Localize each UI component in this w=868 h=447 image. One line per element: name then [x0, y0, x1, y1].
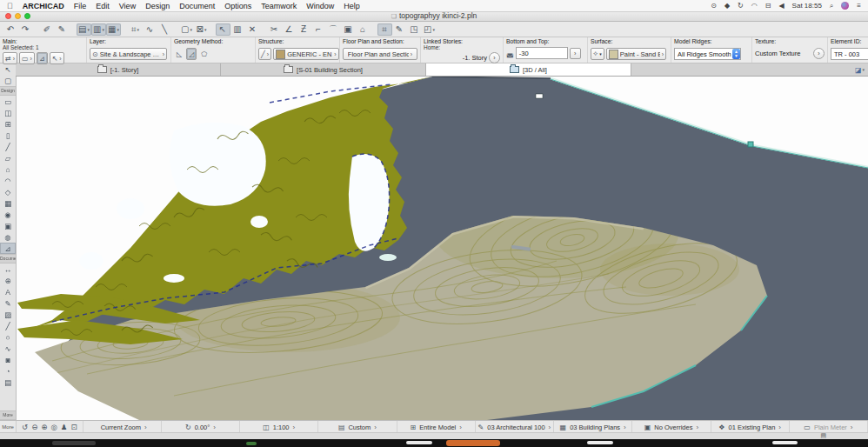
toolbar-button[interactable]: ⌐: [311, 23, 326, 36]
toolbox-tool[interactable]: ↔: [0, 264, 16, 275]
selection-handle[interactable]: [748, 142, 753, 147]
toolbar-button[interactable]: ▥▾: [91, 23, 106, 36]
quick-options-segment[interactable]: ❖ 01 Existing Plan ›: [711, 421, 790, 433]
toolbar-button[interactable]: ✎: [55, 23, 70, 36]
siri-icon[interactable]: [841, 2, 849, 10]
view-tab[interactable]: [-1. Story]: [16, 63, 221, 76]
toolbox-document-group-label[interactable]: Document: [0, 254, 16, 264]
toolbox-tool[interactable]: ▭: [0, 96, 16, 107]
bottom-offset-input[interactable]: -30: [516, 47, 568, 59]
toolbox-tool[interactable]: ▯: [0, 130, 16, 141]
zoom-window-button[interactable]: [24, 13, 30, 19]
toolbar-button[interactable]: ◳: [407, 23, 422, 36]
toolbox-tool[interactable]: ◉: [0, 209, 16, 220]
menu-item[interactable]: Edit: [96, 2, 110, 10]
toolbox-tool[interactable]: ╱: [0, 320, 16, 331]
app-menu[interactable]: ARCHICAD: [23, 2, 64, 10]
quick-options-segment[interactable]: ▦ 03 Building Plans ›: [554, 421, 632, 433]
3d-viewport[interactable]: [16, 77, 868, 420]
toolbox-tool[interactable]: ◠: [0, 175, 16, 186]
quick-options-segment[interactable]: ✎ 03 Architectural 100 ›: [476, 421, 554, 433]
palette-more-label[interactable]: More: [0, 421, 17, 433]
toolbar-button[interactable]: ↖: [216, 23, 230, 36]
menubar-status-icon[interactable]: ⊙: [711, 2, 717, 10]
toolbox-tool[interactable]: ◫: [0, 107, 16, 118]
viewport-nav-icon[interactable]: ◎: [50, 423, 57, 431]
menubar-status-icon[interactable]: ↻: [738, 2, 744, 10]
view-tab[interactable]: [3D / All]: [426, 63, 631, 76]
element-id-input[interactable]: TR - 003: [831, 48, 868, 60]
mesh-tool-indicator-button[interactable]: ⊿: [37, 52, 48, 64]
segment-chevron-icon[interactable]: ›: [293, 424, 296, 431]
toolbox-more-label[interactable]: More: [0, 410, 16, 420]
geometry-rectangle-button[interactable]: ◿: [186, 48, 197, 60]
notification-center-icon[interactable]: ≡: [857, 2, 861, 10]
quick-options-segment[interactable]: ◫ 1:100 ›: [240, 421, 318, 433]
geometry-polygon-button[interactable]: ◺: [174, 48, 184, 60]
arrow-tool-button[interactable]: ↖›: [50, 52, 64, 64]
segment-chevron-icon[interactable]: ›: [213, 424, 216, 431]
toolbox-tool[interactable]: ▱: [0, 152, 16, 163]
viewport-nav-icon[interactable]: ⊡: [70, 423, 77, 431]
toolbar-button[interactable]: ✎: [392, 23, 407, 36]
viewport-nav-icon[interactable]: ⊕: [41, 423, 47, 431]
toolbox-tool[interactable]: ○: [0, 331, 16, 343]
elevation-picker-button[interactable]: ›: [570, 48, 581, 59]
spotlight-search-icon[interactable]: ⌕: [830, 2, 833, 10]
tab-overflow-button[interactable]: ◪▾: [851, 63, 868, 76]
viewport-nav-icon[interactable]: ⊖: [31, 423, 37, 431]
close-window-button[interactable]: [5, 13, 11, 19]
segment-chevron-icon[interactable]: ›: [144, 424, 147, 431]
menu-item[interactable]: Options: [224, 2, 251, 10]
segment-chevron-icon[interactable]: ›: [374, 424, 377, 431]
toolbar-button[interactable]: ∠: [282, 23, 297, 36]
quick-options-segment[interactable]: ↻ 0.00° ›: [162, 421, 240, 433]
toolbox-tool[interactable]: ⊞: [0, 118, 16, 130]
layer-dropdown[interactable]: ⊙ Site & Landscape - Terrain ›: [90, 48, 167, 60]
toolbox-tool[interactable]: ∿: [0, 343, 16, 354]
menu-item[interactable]: File: [74, 2, 87, 10]
toolbox-design-group-label[interactable]: Design: [0, 86, 16, 96]
toolbox-tool[interactable]: ◙: [0, 354, 16, 365]
menu-item[interactable]: Teamwork: [261, 2, 297, 10]
toolbox-tool[interactable]: ▦: [0, 197, 16, 209]
toolbar-button[interactable]: ⌗▾: [128, 23, 143, 36]
quick-options-segment[interactable]: ▣ No Overrides ›: [632, 421, 711, 433]
apple-menu-icon[interactable]: : [7, 2, 13, 10]
menu-item[interactable]: Help: [344, 2, 360, 10]
toolbar-button[interactable]: ▣: [341, 23, 356, 36]
toolbar-button[interactable]: ▤▾: [77, 23, 91, 36]
texture-picker-button[interactable]: ›: [813, 48, 825, 59]
quick-options-segment[interactable]: ⊞ Entire Model ›: [397, 421, 476, 433]
segment-chevron-icon[interactable]: ›: [549, 424, 551, 431]
quick-options-segment[interactable]: Current Zoom ›: [83, 421, 162, 433]
toolbox-tool[interactable]: ◍: [0, 231, 16, 243]
segment-chevron-icon[interactable]: ›: [459, 424, 462, 431]
quick-options-segment[interactable]: ▤ Custom ›: [318, 421, 397, 433]
toolbox-tool[interactable]: ╱: [0, 141, 16, 152]
toolbox-tool[interactable]: ⊿: [0, 243, 16, 254]
toolbox-tool[interactable]: ▤: [0, 377, 16, 388]
segment-chevron-icon[interactable]: ›: [778, 424, 781, 431]
segment-chevron-icon[interactable]: ›: [696, 424, 698, 431]
default-settings-button[interactable]: ▭›: [19, 52, 35, 64]
window-titlebar[interactable]: ❏topographyy ikinci-2.pln: [0, 11, 868, 22]
segment-chevron-icon[interactable]: ›: [624, 424, 626, 431]
toolbar-button[interactable]: ⌗: [377, 23, 392, 36]
menu-item[interactable]: Design: [145, 2, 170, 10]
toolbox-tool[interactable]: ↖: [0, 63, 16, 75]
toolbar-button[interactable]: ▢▾: [179, 23, 194, 36]
toolbar-button[interactable]: ∿: [143, 23, 157, 36]
viewport-nav-icon[interactable]: ↺: [22, 423, 28, 431]
toolbar-button[interactable]: ✂: [267, 23, 282, 36]
menu-item[interactable]: Window: [306, 2, 334, 10]
toolbar-button[interactable]: ⌒: [326, 23, 341, 36]
toolbox-tool[interactable]: ✎: [0, 297, 16, 309]
segment-chevron-icon[interactable]: ›: [851, 424, 853, 431]
toolbox-tool[interactable]: ▣: [0, 220, 16, 231]
toolbar-button[interactable]: ↷: [18, 23, 33, 36]
toolbar-button[interactable]: ↶: [3, 23, 18, 36]
toolbar-button[interactable]: ◰▾: [422, 23, 437, 36]
story-picker-button[interactable]: ›: [489, 52, 500, 63]
toolbox-tool[interactable]: ◇: [0, 186, 16, 197]
